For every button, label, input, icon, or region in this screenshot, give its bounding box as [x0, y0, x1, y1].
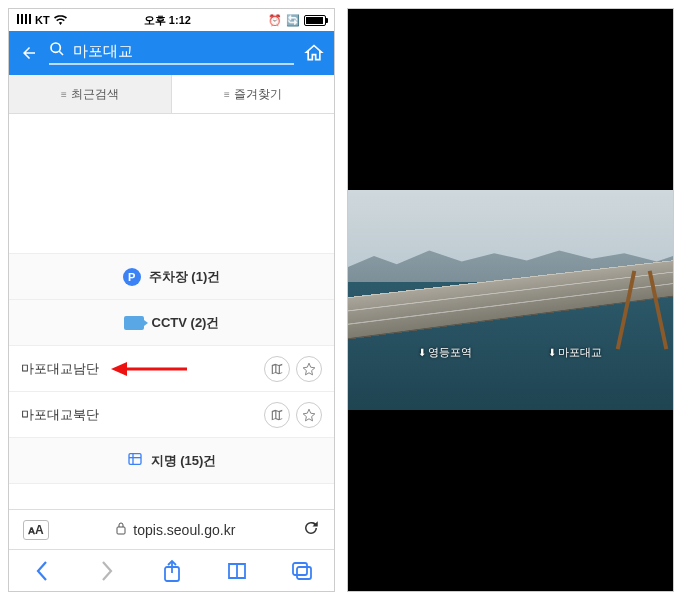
share-button[interactable] [152, 559, 192, 583]
section-places[interactable]: 지명 (15)건 [9, 438, 334, 484]
home-button[interactable] [302, 41, 326, 65]
svg-rect-10 [293, 563, 307, 575]
alarm-icon: ⏰ [268, 14, 282, 27]
carrier-label: KT [35, 14, 50, 26]
map-button[interactable] [264, 356, 290, 382]
lock-icon [115, 521, 127, 538]
star-icon [302, 362, 316, 376]
bookmarks-button[interactable] [217, 561, 257, 581]
svg-point-0 [51, 43, 60, 52]
tab-favorites-label: 즐겨찾기 [234, 86, 282, 103]
star-icon [302, 408, 316, 422]
section-cctv[interactable]: CCTV (2)건 [9, 300, 334, 346]
parking-icon: P [123, 268, 141, 286]
nav-forward-button[interactable] [87, 560, 127, 582]
tabs: ≡ 최근검색 ≡ 즐겨찾기 [9, 75, 334, 114]
cctv-video[interactable]: 영등포역 마포대교 [348, 190, 673, 410]
status-bar: KT 오후 1:12 ⏰ 🔄 [9, 9, 334, 31]
favorite-button[interactable] [296, 356, 322, 382]
svg-rect-7 [117, 527, 125, 534]
time-label: 오후 1:12 [144, 13, 191, 28]
tab-favorites[interactable]: ≡ 즐겨찾기 [172, 75, 334, 113]
favorites-icon: ≡ [224, 89, 230, 100]
signal-icon [17, 14, 31, 26]
video-label-right: 마포대교 [548, 345, 602, 360]
rotation-lock-icon: 🔄 [286, 14, 300, 27]
list-item-label: 마포대교북단 [21, 406, 99, 424]
places-icon [127, 451, 143, 471]
section-cctv-label: CCTV (2)건 [152, 314, 220, 332]
search-icon [49, 41, 67, 61]
back-button[interactable] [17, 41, 41, 65]
svg-line-1 [59, 51, 63, 55]
annotation-arrow-icon [109, 358, 189, 380]
cctv-icon [124, 316, 144, 330]
tabs-button[interactable] [282, 561, 322, 581]
svg-rect-11 [297, 567, 311, 579]
wifi-icon [54, 15, 67, 25]
list-item[interactable]: 마포대교남단 [9, 346, 334, 392]
map-icon [270, 362, 284, 376]
tab-recent-label: 최근검색 [71, 86, 119, 103]
map-button[interactable] [264, 402, 290, 428]
nav-back-button[interactable] [22, 560, 62, 582]
section-parking[interactable]: P 주차장 (1)건 [9, 254, 334, 300]
map-icon [270, 408, 284, 422]
video-label-left: 영등포역 [418, 345, 472, 360]
list-item[interactable]: 마포대교북단 [9, 392, 334, 438]
url-text: topis.seoul.go.kr [133, 522, 235, 538]
phone-left: KT 오후 1:12 ⏰ 🔄 ≡ 최근검색 ≡ 즐겨찾 [8, 8, 335, 592]
search-input[interactable] [73, 43, 294, 60]
tab-recent[interactable]: ≡ 최근검색 [9, 75, 172, 113]
list-item-label: 마포대교남단 [21, 360, 99, 378]
svg-rect-4 [129, 453, 141, 464]
recent-icon: ≡ [61, 89, 67, 100]
reload-button[interactable] [302, 519, 320, 541]
video-construction [618, 270, 668, 350]
section-places-label: 지명 (15)건 [151, 452, 217, 470]
battery-icon [304, 15, 326, 26]
blank-area [9, 114, 334, 254]
favorite-button[interactable] [296, 402, 322, 428]
url-bar[interactable]: ᴀA topis.seoul.go.kr [9, 509, 334, 549]
svg-marker-3 [111, 362, 127, 376]
phone-right: 영등포역 마포대교 [347, 8, 674, 592]
browser-toolbar [9, 549, 334, 591]
reader-button[interactable]: ᴀA [23, 520, 49, 540]
search-header [9, 31, 334, 75]
section-parking-label: 주차장 (1)건 [149, 268, 221, 286]
search-box[interactable] [49, 41, 294, 65]
